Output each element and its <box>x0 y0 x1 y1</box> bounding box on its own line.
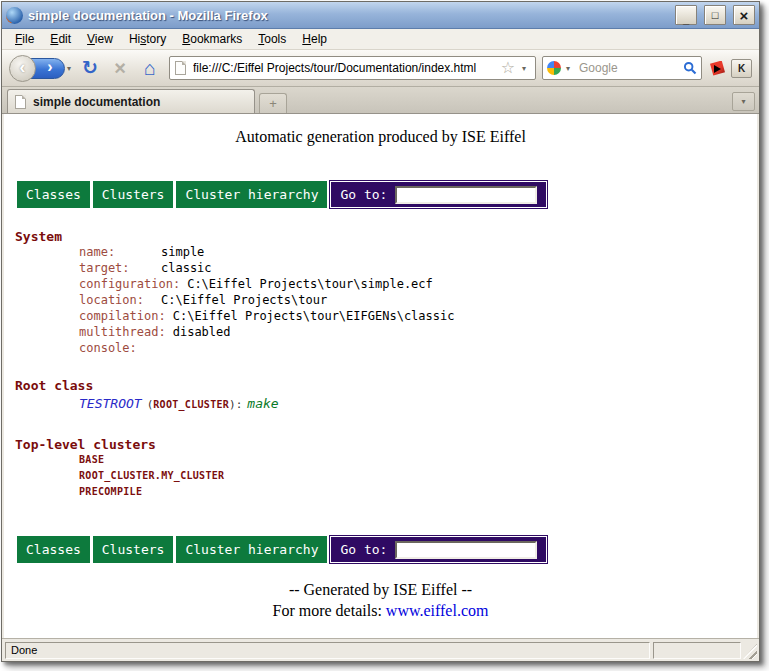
doc-nav-row-top: ClassesClustersCluster hierarchy Go to: <box>17 181 757 208</box>
cluster-link[interactable]: BASE <box>4 452 757 468</box>
doc-nav-buttons: ClassesClustersCluster hierarchy <box>17 536 330 563</box>
goto-label: Go to: <box>340 187 387 202</box>
stop-button[interactable]: × <box>105 53 135 83</box>
search-input[interactable] <box>577 60 680 76</box>
doc-button-clusters[interactable]: Clusters <box>93 536 174 563</box>
new-tab-button[interactable]: + <box>259 93 287 113</box>
search-magnifier-icon[interactable] <box>683 61 697 75</box>
footer-prefix: For more details: <box>273 602 382 619</box>
doc-button-cluster-hierarchy[interactable]: Cluster hierarchy <box>176 536 327 563</box>
system-row: compilation:C:\Eiffel Projects\tour\EIFG… <box>4 308 757 324</box>
top-clusters-heading: Top-level clusters <box>15 437 757 452</box>
doc-footer: -- Generated by ISE Eiffel -- For more d… <box>4 579 757 621</box>
menu-item-tools[interactable]: Tools <box>250 30 294 48</box>
history-dropdown-icon[interactable]: ▾ <box>67 64 71 73</box>
system-row: configuration:C:\Eiffel Projects\tour\si… <box>4 276 757 292</box>
kaspersky-icon[interactable] <box>710 61 725 76</box>
title-bar: simple documentation - Mozilla Firefox _… <box>2 2 759 29</box>
status-secondary-panel <box>653 642 741 659</box>
search-engine-dropdown-icon[interactable]: ▾ <box>566 64 570 73</box>
tab-bar: simple documentation + ▾ <box>2 87 759 114</box>
system-row-value: C:\Eiffel Projects\tour\EIFGENs\classic <box>173 309 455 323</box>
system-heading: System <box>15 229 757 244</box>
system-row-label: multithread: <box>79 324 173 340</box>
doc-header: Automatic generation produced by ISE Eif… <box>4 128 757 146</box>
home-button[interactable]: ⌂ <box>135 53 165 83</box>
firefox-icon <box>6 7 23 24</box>
back-button[interactable]: ‹ <box>9 55 36 82</box>
system-row-label: name: <box>79 244 161 260</box>
root-class-heading: Root class <box>15 378 757 393</box>
root-class-link[interactable]: TESTROOT <box>79 396 142 411</box>
page-content: Automatic generation produced by ISE Eif… <box>4 114 757 638</box>
navigation-toolbar: ‹ › ▾ ↻ × ⌂ ☆ ▾ ▾ <box>2 50 759 87</box>
address-bar: ☆ ▾ <box>169 56 536 80</box>
system-row-label: console: <box>79 340 161 356</box>
url-input[interactable] <box>191 60 496 76</box>
status-bar: Done <box>2 638 759 661</box>
menu-item-edit[interactable]: Edit <box>42 30 79 48</box>
system-row: target:classic <box>4 260 757 276</box>
list-all-tabs-icon[interactable]: ▾ <box>732 92 755 111</box>
system-row-label: target: <box>79 260 161 276</box>
footer-line2: For more details:www.eiffel.com <box>4 600 757 621</box>
doc-nav-buttons: ClassesClustersCluster hierarchy <box>17 181 330 208</box>
doc-button-cluster-hierarchy[interactable]: Cluster hierarchy <box>176 181 327 208</box>
system-row: location:C:\Eiffel Projects\tour <box>4 292 757 308</box>
system-row-value: disabled <box>173 325 231 339</box>
goto-label: Go to: <box>340 542 387 557</box>
tab-simple-documentation[interactable]: simple documentation <box>7 89 255 113</box>
search-box: ▾ <box>542 56 702 80</box>
system-row: multithread:disabled <box>4 324 757 340</box>
goto-box: Go to: <box>330 181 547 208</box>
cluster-list: BASEROOT_CLUSTER.MY_CLUSTERPRECOMPILE <box>4 452 757 500</box>
window-title: simple documentation - Mozilla Firefox <box>28 8 668 23</box>
k-extension-button[interactable]: K <box>731 59 752 78</box>
system-row-label: compilation: <box>79 308 173 324</box>
tab-page-icon <box>15 95 26 109</box>
browser-window: simple documentation - Mozilla Firefox _… <box>1 1 760 662</box>
status-text: Done <box>11 644 37 656</box>
goto-box: Go to: <box>330 536 547 563</box>
cluster-link[interactable]: PRECOMPILE <box>4 484 757 500</box>
goto-input[interactable] <box>395 541 537 559</box>
cluster-link[interactable]: ROOT_CLUSTER.MY_CLUSTER <box>4 468 757 484</box>
eiffel-link[interactable]: www.eiffel.com <box>386 602 489 619</box>
doc-button-classes[interactable]: Classes <box>17 181 90 208</box>
bookmark-star-icon[interactable]: ☆ <box>501 60 515 76</box>
doc-nav-row-bottom: ClassesClustersCluster hierarchy Go to: <box>17 536 757 563</box>
google-logo-icon[interactable] <box>547 61 561 75</box>
doc-button-clusters[interactable]: Clusters <box>93 181 174 208</box>
tab-label: simple documentation <box>33 95 160 109</box>
system-row: name:simple <box>4 244 757 260</box>
root-cluster-link[interactable]: ROOT_CLUSTER <box>153 399 229 410</box>
footer-line1: -- Generated by ISE Eiffel -- <box>4 579 757 600</box>
creation-procedure-link[interactable]: make <box>247 396 278 411</box>
system-row-value: C:\Eiffel Projects\tour\simple.ecf <box>187 277 433 291</box>
goto-input[interactable] <box>395 186 537 204</box>
system-row-label: location: <box>79 292 161 308</box>
system-row-label: configuration: <box>79 276 187 292</box>
menu-bar: FileEditViewHistoryBookmarksToolsHelp <box>2 29 759 50</box>
system-row: console: <box>4 340 757 356</box>
menu-item-history[interactable]: History <box>121 30 174 48</box>
url-dropdown-icon[interactable]: ▾ <box>522 64 526 73</box>
maximize-button[interactable]: □ <box>704 5 726 25</box>
close-button[interactable]: × <box>733 5 755 25</box>
menu-item-bookmarks[interactable]: Bookmarks <box>174 30 250 48</box>
minimize-button[interactable]: _ <box>675 5 697 25</box>
system-row-value: simple <box>161 245 204 259</box>
page-icon <box>175 61 186 75</box>
refresh-button[interactable]: ↻ <box>75 53 105 83</box>
status-panel: Done <box>5 642 650 659</box>
menu-item-file[interactable]: File <box>7 30 42 48</box>
system-row-value: classic <box>161 261 212 275</box>
resize-grip[interactable] <box>743 644 757 659</box>
menu-item-help[interactable]: Help <box>294 30 335 48</box>
doc-button-classes[interactable]: Classes <box>17 536 90 563</box>
system-row-value: C:\Eiffel Projects\tour <box>161 293 327 307</box>
menu-item-view[interactable]: View <box>79 30 121 48</box>
paren-close: ): <box>229 398 242 411</box>
system-rows: name:simpletarget:classicconfiguration:C… <box>4 244 757 356</box>
root-class-line: TESTROOT(ROOT_CLUSTER):make <box>4 395 757 413</box>
